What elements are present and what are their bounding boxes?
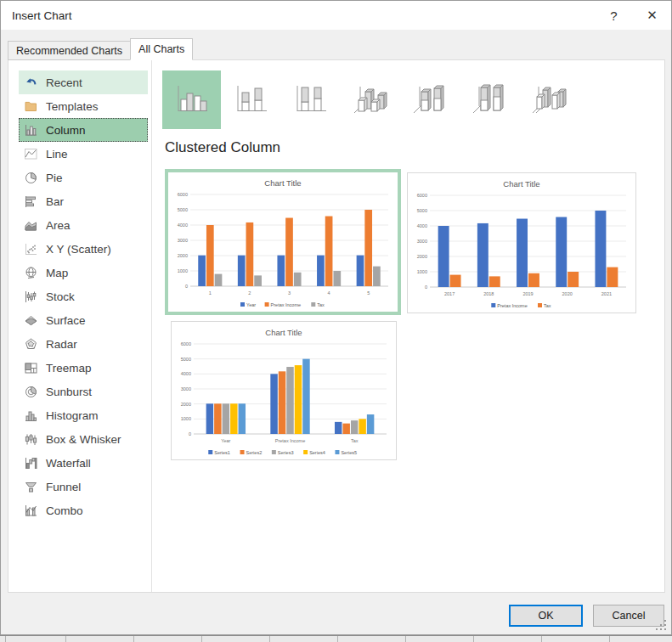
sidebar-item-label: Bar — [46, 195, 64, 208]
sidebar-item-histogram[interactable]: Histogram — [19, 403, 148, 427]
spreadsheet-background — [0, 635, 672, 642]
sidebar-item-label: Treemap — [46, 362, 92, 374]
sidebar-item-sunburst[interactable]: Sunburst — [19, 380, 148, 403]
dialog-title: Insert Chart — [12, 9, 595, 22]
subtype-100-percent-stacked-column[interactable] — [281, 70, 340, 129]
funnel-icon — [23, 480, 38, 494]
svg-text:3: 3 — [288, 290, 291, 296]
svg-text:Year: Year — [246, 302, 256, 307]
help-button[interactable]: ? — [595, 2, 633, 29]
chart-type-list: RecentTemplatesColumnLinePieBarAreaX Y (… — [19, 70, 148, 522]
stacked-column-icon — [232, 82, 271, 119]
svg-text:1000: 1000 — [178, 268, 188, 273]
surface-icon — [23, 313, 38, 328]
sidebar-item-radar[interactable]: Radar — [19, 332, 148, 356]
sidebar-item-pie[interactable]: Pie — [19, 166, 148, 189]
sidebar-item-label: Map — [46, 267, 68, 279]
column-icon — [23, 123, 38, 138]
subtype-3d-column[interactable] — [519, 70, 578, 129]
svg-text:0: 0 — [189, 431, 191, 436]
sidebar-item-label: Funnel — [46, 481, 81, 493]
3d-column-icon — [529, 82, 568, 119]
svg-text:Chart Title: Chart Title — [264, 178, 301, 188]
sidebar-item-column[interactable]: Column — [19, 118, 148, 142]
svg-text:2017: 2017 — [444, 291, 455, 296]
sidebar-item-label: X Y (Scatter) — [46, 243, 111, 256]
svg-text:1000: 1000 — [417, 269, 427, 274]
tab-all-charts[interactable]: All Charts — [130, 38, 193, 60]
sidebar-item-label: Recent — [46, 76, 82, 89]
line-icon — [23, 147, 38, 161]
svg-text:2018: 2018 — [483, 291, 494, 296]
sidebar-item-surface[interactable]: Surface — [19, 308, 148, 332]
subtype-3d-clustered-column[interactable] — [341, 70, 399, 129]
sidebar-item-label: Combo — [46, 504, 83, 517]
chart-subtype-bar — [162, 70, 578, 129]
clustered-column-icon — [172, 82, 212, 119]
sidebar-item-label: Area — [46, 219, 71, 232]
recent-icon — [23, 76, 38, 90]
sidebar-item-label: Column — [46, 124, 86, 137]
sidebar-item-treemap[interactable]: Treemap — [19, 356, 148, 380]
svg-text:2020: 2020 — [562, 291, 573, 296]
sidebar-item-bar[interactable]: Bar — [19, 189, 148, 213]
subtype-3d-stacked-column[interactable] — [400, 70, 459, 129]
preview-chart-svg: Chart Title01000200030004000500060001234… — [168, 172, 398, 312]
svg-text:5: 5 — [367, 290, 370, 296]
tab-recommended-charts[interactable]: Recommended Charts — [8, 41, 131, 60]
3d-clustered-column-icon — [351, 82, 390, 119]
sidebar-item-templates[interactable]: Templates — [19, 94, 148, 118]
preview-chart-svg: Chart Title0100020003000400050006000Year… — [172, 322, 396, 459]
combo-icon — [23, 504, 38, 518]
sidebar-item-label: Box & Whisker — [46, 433, 121, 446]
sidebar-item-label: Surface — [46, 314, 86, 327]
svg-text:4000: 4000 — [417, 223, 427, 228]
svg-text:1: 1 — [209, 290, 212, 296]
svg-text:Year: Year — [221, 438, 230, 443]
svg-text:4000: 4000 — [178, 222, 188, 228]
sidebar-item-recent[interactable]: Recent — [19, 70, 148, 94]
svg-text:3000: 3000 — [181, 386, 191, 391]
sidebar-item-combo[interactable]: Combo — [19, 498, 148, 522]
chart-preview-selected[interactable]: Chart Title01000200030004000500060001234… — [165, 169, 401, 315]
svg-text:Series5: Series5 — [341, 450, 357, 455]
subtype-3d-100-percent-stacked-column[interactable] — [460, 70, 518, 129]
svg-text:6000: 6000 — [181, 341, 191, 346]
chart-preview-2[interactable]: Chart Title01000200030004000500060002017… — [407, 172, 636, 313]
pie-icon — [23, 171, 38, 185]
close-button[interactable]: ✕ — [633, 2, 671, 29]
sidebar-item-x-y-scatter[interactable]: X Y (Scatter) — [19, 237, 148, 261]
sidebar-item-label: Sunburst — [46, 386, 92, 398]
svg-text:5000: 5000 — [181, 357, 191, 362]
resize-grip[interactable] — [656, 620, 668, 632]
bar-icon — [23, 194, 38, 209]
svg-text:Chart Title: Chart Title — [503, 179, 539, 189]
sidebar-item-stock[interactable]: Stock — [19, 284, 148, 308]
sidebar-item-funnel[interactable]: Funnel — [19, 475, 148, 498]
sidebar-item-label: Line — [46, 148, 68, 160]
chart-preview-3[interactable]: Chart Title0100020003000400050006000Year… — [171, 321, 397, 460]
subtype-stacked-column[interactable] — [222, 70, 280, 129]
subtype-clustered-column[interactable] — [162, 70, 221, 129]
svg-text:5000: 5000 — [178, 207, 188, 212]
svg-text:Pretax Income: Pretax Income — [497, 303, 527, 308]
svg-text:Series1: Series1 — [214, 450, 230, 455]
cancel-button[interactable]: Cancel — [593, 605, 664, 627]
sidebar-item-waterfall[interactable]: Waterfall — [19, 451, 148, 475]
box-whisker-icon — [23, 432, 38, 447]
svg-text:Series4: Series4 — [309, 450, 325, 455]
sidebar-item-label: Pie — [46, 172, 63, 184]
ok-button[interactable]: OK — [509, 605, 583, 627]
sidebar-item-label: Stock — [46, 290, 75, 303]
sidebar-item-area[interactable]: Area — [19, 213, 148, 237]
sidebar-item-box-whisker[interactable]: Box & Whisker — [19, 427, 148, 451]
sidebar-item-label: Templates — [46, 100, 99, 113]
svg-text:2000: 2000 — [178, 253, 188, 258]
sidebar-item-label: Radar — [46, 338, 77, 351]
sidebar-item-line[interactable]: Line — [19, 142, 148, 166]
sidebar-item-label: Histogram — [46, 409, 99, 422]
svg-text:2021: 2021 — [601, 291, 612, 296]
svg-text:5000: 5000 — [417, 208, 427, 213]
stock-icon — [23, 290, 38, 304]
sidebar-item-map[interactable]: Map — [19, 261, 148, 284]
